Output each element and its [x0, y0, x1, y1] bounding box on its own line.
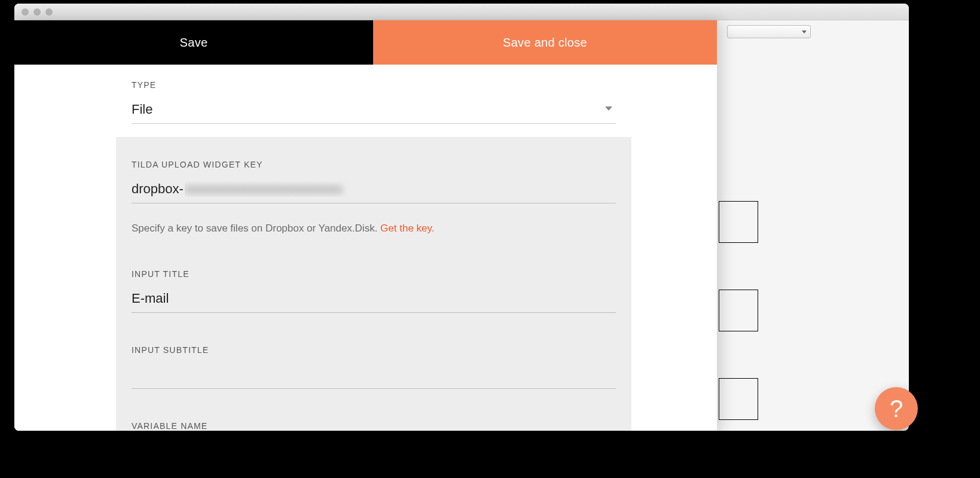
app-window: Save Save and close TYPE File TI: [14, 4, 909, 431]
help-icon: ?: [890, 395, 903, 422]
upload-key-prefix: dropbox-: [132, 181, 184, 197]
input-title-label: INPUT TITLE: [132, 269, 616, 279]
modal-action-bar: Save Save and close: [14, 20, 717, 65]
input-title-field[interactable]: [132, 287, 616, 313]
save-button[interactable]: Save: [14, 20, 373, 65]
input-title-group: INPUT TITLE: [116, 255, 631, 313]
window-zoom-dot[interactable]: [45, 8, 53, 16]
chevron-down-icon: [605, 106, 612, 111]
window-close-dot[interactable]: [22, 8, 29, 16]
window-minimize-dot[interactable]: [33, 8, 41, 16]
save-and-close-button[interactable]: Save and close: [373, 20, 717, 65]
type-card: TYPE File: [116, 65, 631, 137]
upload-key-label: TILDA UPLOAD WIDGET KEY: [132, 160, 616, 169]
input-subtitle-group: INPUT SUBTITLE: [116, 331, 631, 389]
background-field-box[interactable]: [719, 201, 758, 243]
background-field-box[interactable]: [719, 290, 758, 331]
get-the-key-link[interactable]: Get the key.: [380, 223, 434, 234]
type-label: TYPE: [132, 80, 616, 90]
type-select-value: File: [132, 102, 152, 117]
variable-name-label: VARIABLE NAME: [132, 421, 616, 431]
modal-body: TYPE File TILDA UPLOAD WIDGET KEY dropbo…: [14, 65, 717, 431]
input-subtitle-label: INPUT SUBTITLE: [132, 345, 616, 355]
input-subtitle-field[interactable]: [132, 363, 616, 389]
variable-name-group: VARIABLE NAME: [116, 407, 631, 431]
upload-key-group: TILDA UPLOAD WIDGET KEY dropbox- Specify…: [116, 145, 631, 235]
upload-key-input-wrap[interactable]: dropbox-: [132, 178, 616, 203]
background-dropdown[interactable]: [727, 25, 811, 38]
background-field-box[interactable]: [719, 378, 758, 420]
window-titlebar: [14, 4, 909, 20]
upload-key-helper-text: Specify a key to save files on Dropbox o…: [132, 223, 380, 234]
upload-key-input[interactable]: [184, 181, 616, 197]
field-settings-modal: Save Save and close TYPE File TI: [14, 20, 717, 431]
form-area: TYPE File TILDA UPLOAD WIDGET KEY dropbo…: [116, 65, 631, 431]
type-select[interactable]: File: [132, 98, 616, 124]
upload-key-helper: Specify a key to save files on Dropbox o…: [132, 223, 616, 235]
help-fab[interactable]: ?: [875, 387, 918, 430]
